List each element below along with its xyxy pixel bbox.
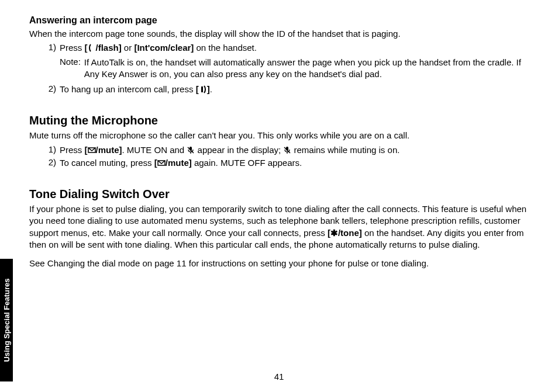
- talk-icon: [88, 44, 96, 52]
- step-number: 1): [42, 42, 60, 54]
- heading-muting: Muting the Microphone: [29, 114, 529, 127]
- text: To hang up an intercom call, press: [60, 84, 196, 94]
- step-1: 1) Press [/mute]. MUTE ON and appear in …: [42, 144, 529, 156]
- note-text: If AutoTalk is on, the handset will auto…: [84, 57, 529, 81]
- text: . MUTE ON and: [122, 145, 187, 155]
- key-mute: [/mute]: [154, 158, 192, 168]
- key-mute: [/mute]: [85, 145, 122, 155]
- text: on the handset.: [194, 43, 257, 53]
- text: remains while muting is on.: [291, 145, 399, 155]
- page-content: Answering an intercom page When the inte…: [0, 0, 558, 269]
- text: or: [122, 43, 135, 53]
- key-end: []: [196, 84, 210, 94]
- step-number: 2): [42, 157, 60, 169]
- envelope-icon: [157, 159, 166, 167]
- side-tab: Using Special Features: [0, 259, 13, 381]
- intro-text: When the intercom page tone sounds, the …: [29, 28, 529, 40]
- heading-tone-dialing: Tone Dialing Switch Over: [29, 188, 529, 201]
- text: again. MUTE OFF appears.: [192, 158, 302, 168]
- paragraph: See Changing the dial mode on page 11 fo…: [29, 258, 529, 269]
- text: Press: [60, 145, 85, 155]
- note: Note: If AutoTalk is on, the handset wil…: [42, 57, 529, 81]
- mute-mic-icon: [283, 146, 291, 154]
- text: appear in the display;: [195, 145, 283, 155]
- text: To cancel muting, press: [60, 158, 154, 168]
- page-number: 41: [0, 372, 558, 381]
- end-icon: [199, 85, 207, 93]
- step-2: 2) To cancel muting, press [/mute] again…: [42, 157, 529, 169]
- mute-mic-icon: [187, 146, 195, 154]
- key-tone: [✱/tone]: [328, 228, 362, 238]
- key-intcom-clear: [Int'com/clear]: [134, 43, 194, 53]
- intro-text: Mute turns off the microphone so the cal…: [29, 130, 529, 141]
- text: .: [210, 84, 212, 94]
- step-number: 1): [42, 144, 60, 156]
- svg-rect-0: [201, 86, 203, 92]
- key-flash: [/flash]: [85, 43, 122, 53]
- envelope-icon: [88, 146, 96, 154]
- note-label: Note:: [60, 57, 84, 81]
- text: Press: [60, 43, 85, 53]
- heading-answering-intercom: Answering an intercom page: [29, 15, 529, 26]
- step-number: 2): [42, 84, 60, 95]
- paragraph: If your phone is set to pulse dialing, y…: [29, 203, 529, 251]
- step-2: 2) To hang up an intercom call, press []…: [42, 84, 529, 95]
- side-tab-label: Using Special Features: [2, 278, 11, 362]
- step-1: 1) Press [/flash] or [Int'com/clear] on …: [42, 42, 529, 54]
